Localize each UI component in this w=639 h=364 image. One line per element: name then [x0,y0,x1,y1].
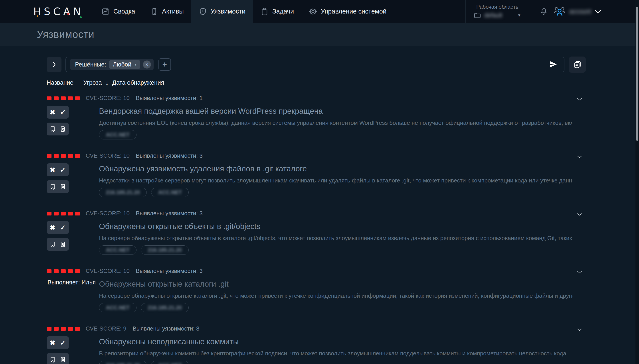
vulnerability-title[interactable]: Обнаружены неподписанные коммиты [99,337,572,346]
shield-alert-icon [198,7,207,16]
tag-pill[interactable]: ACC.NET [151,361,189,364]
tag-pill[interactable]: ACC.NET [151,188,189,197]
tag-list: ACC.NET [99,130,572,140]
collapse-chevron-icon[interactable] [575,269,584,276]
severity-bar [47,269,52,273]
collapse-chevron-icon[interactable] [575,326,584,333]
severity-bars [47,212,80,216]
send-icon [548,60,558,69]
bookmark-check-icon [49,126,56,132]
severity-bar [68,212,73,216]
add-filter-button[interactable]: + [158,58,171,71]
vulnerability-title[interactable]: Обнаружена уязвимость удаления файлов в … [99,164,572,174]
card-main: Обнаружена уязвимость удаления файлов в … [99,164,572,197]
tag-pill[interactable]: 216.185.21.20 [141,303,189,312]
vulnerability-list: CVE-SCORE: 10 Выявлены уязвимости: 1 ✖ ✓… [47,95,586,364]
filter-chip-label: Решённые: [75,61,106,68]
severity-row: CVE-SCORE: 10 Выявлены уязвимости: 3 [47,152,203,159]
nav-tab-system[interactable]: Управление системой [301,0,394,23]
assign-action-group [47,122,69,136]
vulnerability-title[interactable]: Вендорская поддержка вашей версии WordPr… [99,106,572,116]
severity-bar [47,96,52,100]
tag-text: ACC.NET [106,304,130,311]
reject-button[interactable]: ✖ [48,338,57,348]
reject-button[interactable]: ✖ [48,222,57,232]
column-header-date[interactable]: Дата обнаружения [112,79,164,86]
vulnerability-card: CVE-SCORE: 10 Выявлены уязвимости: 3 ✖ ✓… [47,152,586,210]
nav-tab-summary[interactable]: Сводка [94,0,142,23]
severity-bar [68,154,73,158]
severity-bar [61,96,66,100]
sort-desc-arrow-icon[interactable]: ↓ [105,79,109,86]
apply-filters-button[interactable] [548,60,559,70]
assign-user-button[interactable] [58,182,67,192]
bookmark-check-button[interactable] [48,355,57,364]
tag-list: 216.185.21.20ACC.NET [99,188,572,197]
remove-filter-button[interactable]: ✕ [143,60,151,68]
nav-tab-label: Управление системой [321,8,386,15]
vulnerability-description: На сервере обнаружены открытые объекты в… [99,234,572,242]
collapse-chevron-icon[interactable] [575,211,584,218]
tag-pill[interactable]: ACC.NET [99,246,136,255]
reject-button[interactable]: ✖ [48,107,57,117]
caret-down-icon[interactable]: ▼ [511,13,521,18]
severity-row: CVE-SCORE: 10 Выявлены уязвимости: 1 [47,95,203,102]
nav-tab-assets[interactable]: Активы [142,0,191,23]
notifications-bell-icon[interactable] [540,7,548,16]
server-icon [150,7,159,16]
filter-value-dropdown[interactable]: Любой ▼ [109,60,140,69]
nav-tab-label: Задачи [272,8,294,15]
severity-bar [75,96,80,100]
tag-pill[interactable]: ACC.NET [99,303,136,312]
tag-pill[interactable]: ACC.NET [99,130,136,140]
severity-bars [47,96,80,100]
copy-list-button[interactable] [569,56,586,73]
logo-triangle-orange-icon: ▲ [36,14,39,18]
id-badge-icon [60,356,66,363]
users-group-icon [553,6,566,17]
tag-text: 216.185.21.20 [106,362,140,364]
scrollbar-thumb[interactable] [636,7,638,141]
workspace-label: Рабочая область [474,4,521,10]
bookmark-check-button[interactable] [48,182,57,192]
nav-tab-label: Активы [162,8,184,15]
column-header-threat[interactable]: Угроза [83,79,102,86]
app-logo[interactable]: HSCAN ▲ ▼ ▲ [33,0,84,23]
card-main: Вендорская поддержка вашей версии WordPr… [99,106,572,140]
tag-text: 216.185.21.20 [148,304,182,311]
workspace-selector[interactable]: Рабочая область default ▼ [466,4,530,19]
found-count-label: Выявлены уязвимости: 1 [136,95,203,102]
vulnerability-title[interactable]: Обнаружены открытые каталоги .git [99,279,572,289]
bookmark-check-button[interactable] [48,124,57,134]
tag-pill[interactable]: 216.185.21.20 [99,361,147,364]
confirm-button[interactable]: ✓ [58,107,67,117]
tag-pill[interactable]: 216.185.21.20 [99,188,147,197]
assign-user-button[interactable] [58,124,67,134]
tag-pill[interactable]: 216.185.21.20 [141,246,189,255]
filter-chip-resolved: Решённые: Любой ▼ ✕ [70,59,154,70]
page-header: Уязвимости [0,23,639,46]
column-header-name[interactable]: Название [47,79,74,86]
severity-bar [61,154,66,158]
user-menu[interactable]: account [553,6,639,17]
nav-tab-label: Сводка [113,8,135,15]
confirm-button[interactable]: ✓ [58,222,67,232]
nav-tab-tasks[interactable]: Задачи [253,0,301,23]
found-count-label: Выявлены уязвимости: 3 [136,268,203,274]
page-title: Уязвимости [37,28,94,40]
bookmark-check-button[interactable] [48,240,57,249]
assign-user-button[interactable] [58,355,67,364]
nav-tab-vulnerabilities[interactable]: Уязвимости [191,0,253,23]
tag-text: ACC.NET [158,362,182,364]
vulnerability-title[interactable]: Обнаружены открытые объекты в .git/objec… [99,222,572,231]
collapse-chevron-icon[interactable] [575,154,584,160]
collapse-chevron-icon[interactable] [575,96,584,103]
assign-user-button[interactable] [58,240,67,249]
expand-filters-button[interactable] [47,57,62,72]
confirm-button[interactable]: ✓ [58,165,67,175]
id-badge-icon [60,241,66,248]
confirm-button[interactable]: ✓ [58,338,67,348]
logo-text: HSCAN [33,6,84,18]
vulnerability-description: В репозитории обнаружены коммиты без кри… [99,350,572,357]
reject-button[interactable]: ✖ [48,165,57,175]
